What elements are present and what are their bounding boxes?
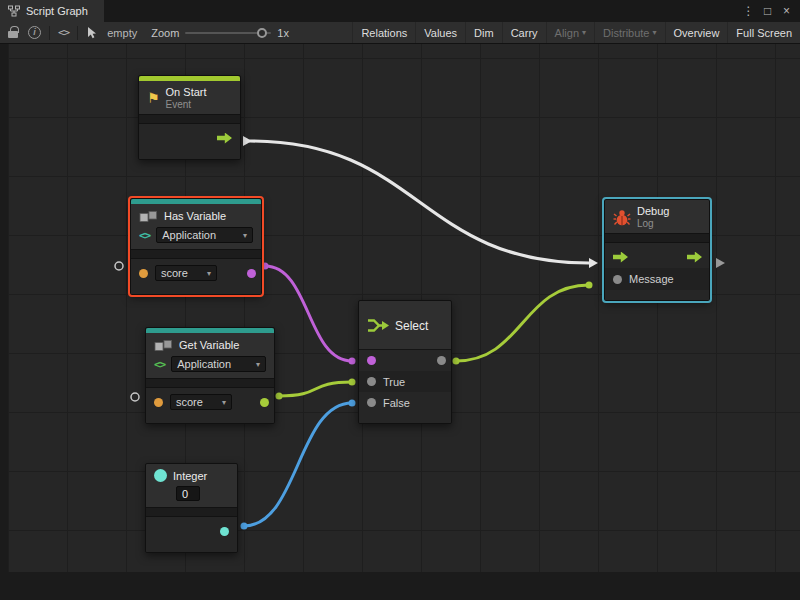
port-row — [605, 246, 709, 268]
node-divider — [139, 114, 240, 124]
overview-button[interactable]: Overview — [665, 22, 728, 43]
node-on-start[interactable]: ⚑ On Start Event — [138, 75, 241, 160]
scope-dropdown[interactable]: Application ▾ — [156, 227, 253, 243]
value-output-port[interactable] — [260, 398, 269, 407]
fullscreen-button[interactable]: Full Screen — [727, 22, 800, 43]
port-row: Message — [605, 268, 709, 290]
maximize-icon[interactable]: □ — [760, 2, 775, 20]
flow-out-port[interactable] — [687, 252, 702, 263]
lock-icon[interactable] — [8, 31, 18, 38]
node-subtitle: Log — [637, 218, 669, 229]
result-output-port[interactable] — [247, 269, 256, 278]
zoom-label: Zoom — [151, 27, 179, 39]
graph-toolbar: i <> empty Zoom 1x Relations Values Dim … — [0, 22, 800, 44]
port-row: score ▾ — [146, 391, 274, 413]
node-has-variable[interactable]: Has Variable <> Application ▾ score ▾ — [130, 198, 262, 295]
scope-icon: <> — [139, 229, 150, 242]
title-bar: Script Graph ⋮ □ × — [0, 0, 800, 22]
flag-icon: ⚑ — [147, 91, 160, 105]
variables-icon — [154, 338, 173, 352]
port-row — [139, 127, 240, 149]
false-input-port[interactable] — [367, 398, 376, 407]
close-icon[interactable]: × — [779, 2, 794, 20]
chevron-down-icon: ▾ — [243, 231, 247, 240]
chevron-down-icon: ▾ — [207, 269, 211, 278]
port-label: False — [383, 397, 410, 409]
variable-name-dropdown[interactable]: score ▾ — [170, 394, 232, 410]
name-input-port[interactable] — [139, 269, 148, 278]
flow-out-port[interactable] — [217, 133, 232, 144]
message-input-port[interactable] — [613, 275, 622, 284]
tab-script-graph[interactable]: Script Graph — [0, 0, 104, 22]
toolbar-left-icons: i — [0, 22, 49, 43]
node-title: Has Variable — [164, 210, 226, 222]
carry-button[interactable]: Carry — [502, 22, 546, 43]
port-label: Message — [629, 273, 674, 285]
port-row: False — [359, 392, 451, 413]
dim-button[interactable]: Dim — [465, 22, 502, 43]
node-get-variable[interactable]: Get Variable <> Application ▾ score ▾ — [145, 327, 275, 424]
chevron-down-icon: ▾ — [222, 398, 226, 407]
toolbar-buttons: Relations Values Dim Carry Align ▾ Distr… — [352, 22, 800, 43]
values-button[interactable]: Values — [415, 22, 465, 43]
flow-in-port[interactable] — [613, 252, 628, 263]
scope-dropdown[interactable]: Application ▾ — [171, 356, 266, 372]
cursor-icon — [86, 26, 97, 39]
node-subtitle: Event — [166, 99, 207, 110]
port-row — [146, 520, 237, 542]
node-title: Debug — [637, 205, 669, 217]
true-input-port[interactable] — [367, 377, 376, 386]
tab-title: Script Graph — [26, 5, 88, 17]
script-graph-icon — [8, 5, 20, 17]
node-select[interactable]: Select True False — [358, 300, 452, 424]
integer-value-field[interactable]: 0 — [176, 486, 200, 501]
node-divider — [146, 378, 274, 388]
node-integer[interactable]: Integer 0 — [145, 463, 238, 553]
distribute-button[interactable]: Distribute ▾ — [594, 22, 664, 43]
node-title: Integer — [173, 470, 207, 482]
code-view-icon[interactable]: <> — [58, 26, 69, 39]
chevron-down-icon: ▾ — [653, 28, 657, 37]
node-title: Select — [395, 319, 428, 333]
name-input-port[interactable] — [154, 398, 163, 407]
node-title: Get Variable — [179, 339, 239, 351]
chevron-down-icon: ▾ — [256, 360, 260, 369]
node-divider — [605, 233, 709, 243]
variables-icon — [139, 209, 158, 223]
node-divider — [131, 249, 261, 259]
info-icon[interactable]: i — [28, 26, 41, 39]
window-menu-icon[interactable]: ⋮ — [741, 2, 756, 20]
select-icon — [367, 317, 389, 334]
port-label: True — [383, 376, 405, 388]
zoom-slider-handle[interactable] — [257, 28, 267, 38]
chevron-down-icon: ▾ — [582, 28, 586, 37]
node-divider — [146, 507, 237, 517]
zoom-value: 1x — [277, 27, 289, 39]
port-row: score ▾ — [131, 262, 261, 284]
scope-icon: <> — [154, 358, 165, 371]
integer-output-port[interactable] — [220, 527, 229, 536]
node-debug-log[interactable]: Debug Log Message — [604, 199, 710, 301]
selection-output-port[interactable] — [437, 356, 446, 365]
relations-button[interactable]: Relations — [352, 22, 415, 43]
align-button[interactable]: Align ▾ — [546, 22, 594, 43]
port-row: True — [359, 371, 451, 392]
window-controls: ⋮ □ × — [741, 2, 800, 20]
variable-name-dropdown[interactable]: score ▾ — [155, 265, 217, 281]
condition-input-port[interactable] — [367, 356, 376, 365]
bug-icon — [613, 209, 631, 226]
integer-icon — [154, 469, 167, 482]
port-row — [359, 350, 451, 371]
zoom-slider[interactable] — [185, 26, 271, 40]
selection-status: empty — [107, 27, 137, 39]
node-title: On Start — [166, 86, 207, 98]
